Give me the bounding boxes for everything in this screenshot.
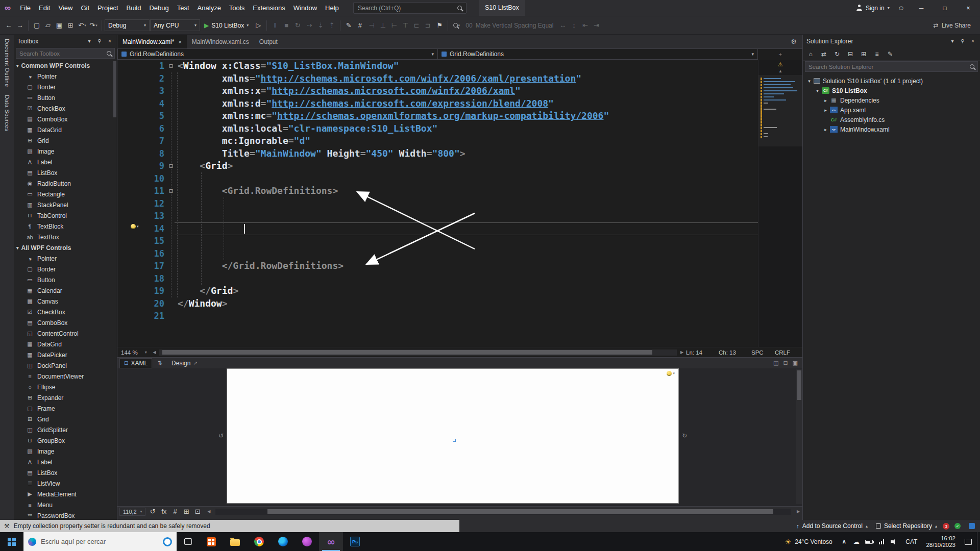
toolbox-item-listbox[interactable]: ▤ListBox <box>14 467 117 478</box>
grid-center-adorner[interactable] <box>453 439 456 442</box>
start-button[interactable] <box>0 532 23 551</box>
effects-icon[interactable]: fx <box>158 506 169 518</box>
design-view-tab[interactable]: Design ↗ <box>167 358 202 368</box>
hidden-icons-chevron[interactable]: ∧ <box>838 538 851 545</box>
toolbox-item-dockpanel[interactable]: ◫DockPanel <box>14 360 117 371</box>
toolbox-item-stackpanel[interactable]: ▥StackPanel <box>14 199 117 210</box>
refresh-icon[interactable]: ↻ <box>834 49 841 59</box>
scroll-right-icon[interactable]: ▶ <box>794 509 802 514</box>
toolbox-item-checkbox[interactable]: ☑CheckBox <box>14 103 117 114</box>
toolbox-item-pointer[interactable]: ▲Pointer <box>14 253 117 264</box>
show-grid-icon[interactable]: # <box>354 19 365 32</box>
toolbox-item-textblock[interactable]: ¶TextBlock <box>14 221 117 232</box>
increase-v-spacing-icon[interactable]: ⇥ <box>591 19 602 32</box>
snap-to-grid-icon[interactable]: ⊞ <box>181 506 192 518</box>
toolbox-item-datepicker[interactable]: ▦DatePicker <box>14 349 117 360</box>
save-icon[interactable]: ▣ <box>54 19 65 32</box>
show-grid-icon[interactable]: # <box>169 506 181 518</box>
menu-help[interactable]: Help <box>321 0 343 16</box>
code-line[interactable]: 14 <box>117 222 758 235</box>
menu-file[interactable]: File <box>16 0 35 16</box>
close-button[interactable]: × <box>957 0 980 16</box>
decrease-h-spacing-icon[interactable]: ↔ <box>557 19 568 32</box>
code-line[interactable]: 9⊟<Grid> <box>117 160 758 172</box>
tree-item-assemblyinfo-cs[interactable]: C#AssemblyInfo.cs <box>803 115 980 124</box>
toolbox-item-border[interactable]: ▢Border <box>14 82 117 92</box>
toolbox-item-listview[interactable]: ≣ListView <box>14 478 117 489</box>
action-center-button[interactable] <box>960 539 977 545</box>
horizontal-split-icon[interactable]: ⊟ <box>783 360 788 366</box>
design-artboard[interactable]: ▾ ↺ ↻ <box>227 368 679 504</box>
swap-panes-icon[interactable]: ⇅ <box>155 360 165 366</box>
scroll-left-icon[interactable]: ◀ <box>205 509 213 514</box>
network-signal-icon[interactable] <box>879 539 885 544</box>
code-line[interactable]: 7mc:Ignorable="d" <box>117 135 758 147</box>
tree-item-mainwindow-xaml[interactable]: ▸<>MainWindow.xaml <box>803 124 980 134</box>
scroll-left-icon[interactable]: ◀ <box>151 350 159 355</box>
side-tab-document-outline[interactable]: Document Outline <box>4 39 10 87</box>
xaml-view-tab[interactable]: ⊡ XAML <box>119 358 152 368</box>
taskbar-search-input[interactable]: Escriu aquí per cercar <box>23 532 177 551</box>
toolbox-item-ellipse[interactable]: ○Ellipse <box>14 382 117 392</box>
toolbox-item-image[interactable]: ▧Image <box>14 446 117 457</box>
code-line[interactable]: 8Title="MainWindow" Height="450" Width="… <box>117 147 758 160</box>
taskbar-app-office[interactable] <box>199 532 223 551</box>
increase-h-spacing-icon[interactable]: ↕ <box>568 19 579 32</box>
design-surface[interactable]: ▾ ↺ ↻ <box>117 368 802 506</box>
code-line[interactable]: 6xmlns:local="clr-namespace:S10_ListBox" <box>117 122 758 135</box>
code-line[interactable]: 19</Grid> <box>117 285 758 297</box>
menu-debug[interactable]: Debug <box>145 0 173 16</box>
resize-handle-right[interactable]: ↻ <box>682 432 687 439</box>
toolbox-item-calendar[interactable]: ▦Calendar <box>14 285 117 296</box>
window-position-icon[interactable]: ▾ <box>86 38 93 44</box>
window-position-icon[interactable]: ▾ <box>949 38 956 44</box>
taskbar-app-edge[interactable] <box>271 532 295 551</box>
toolbox-item-canvas[interactable]: ▩Canvas <box>14 296 117 307</box>
make-vertical-spacing-equal-button[interactable]: 00 Make Vertical Spacing Equal <box>462 22 556 29</box>
code-line[interactable]: 13 <box>117 210 758 222</box>
scroll-right-icon[interactable]: ▶ <box>678 350 686 355</box>
tab-mainwindow-xaml-cs[interactable]: MainWindow.xaml.cs <box>187 35 254 48</box>
forward-icon[interactable]: → <box>14 19 26 32</box>
toolbox-item-passwordbox[interactable]: **PasswordBox <box>14 510 117 520</box>
step-into-icon[interactable]: ⇣ <box>315 19 326 32</box>
toolbox-item-radiobutton[interactable]: ◉RadioButton <box>14 178 117 189</box>
toolbox-item-button[interactable]: ▭Button <box>14 92 117 103</box>
taskbar-app-chrome[interactable] <box>247 532 271 551</box>
align-centers-icon[interactable]: ⊥ <box>377 19 388 32</box>
sign-in-button[interactable]: Sign in ▾ <box>856 5 890 12</box>
add-to-source-control-button[interactable]: ↑ Add to Source Control ▴ <box>796 522 868 530</box>
toolbox-item-listbox[interactable]: ▤ListBox <box>14 167 117 178</box>
toolbox-item-textbox[interactable]: abTextBox <box>14 232 117 242</box>
toolbox-item-combobox[interactable]: ▤ComboBox <box>14 317 117 328</box>
solution-explorer-search-input[interactable]: Search Solution Explorer <box>805 61 978 72</box>
toolbox-section-header[interactable]: ▾Common WPF Controls <box>14 60 117 71</box>
toolbox-item-label[interactable]: ALabel <box>14 157 117 167</box>
break-all-icon[interactable]: ‖ <box>270 19 281 32</box>
toolbox-item-combobox[interactable]: ▤ComboBox <box>14 114 117 124</box>
editor-zoom-dropdown[interactable]: 144 % ▾ <box>117 349 151 356</box>
toolbox-item-mediaelement[interactable]: ▶MediaElement <box>14 489 117 499</box>
toolbox-item-rectangle[interactable]: ▭Rectangle <box>14 189 117 199</box>
designer-zoom-dropdown[interactable]: 110,2 ▾ <box>119 508 145 516</box>
toolbox-item-datagrid[interactable]: ▦DataGrid <box>14 339 117 349</box>
toolbox-scrollbar[interactable] <box>113 60 117 520</box>
toolbox-item-menu[interactable]: ≡Menu <box>14 499 117 510</box>
fold-collapse-icon[interactable]: ⊟ <box>164 185 178 197</box>
onedrive-cloud-icon[interactable]: ☁ <box>851 538 862 545</box>
chevron-down-icon[interactable]: ▾ <box>806 79 813 84</box>
chevron-down-icon[interactable]: ▾ <box>814 88 821 93</box>
code-line[interactable]: 15 <box>117 235 758 247</box>
toolbox-item-datagrid[interactable]: ▦DataGrid <box>14 124 117 135</box>
toolbox-item-button[interactable]: ▭Button <box>14 274 117 285</box>
close-icon[interactable]: × <box>178 39 181 45</box>
zoom-icon[interactable]: ▾ <box>451 19 462 32</box>
open-file-icon[interactable]: ▱ <box>42 19 54 32</box>
feedback-icon[interactable]: ☺ <box>898 4 904 12</box>
code-line[interactable]: 11⊟<Grid.RowDefinitions> <box>117 185 758 197</box>
restart-icon[interactable]: ↻ <box>292 19 303 32</box>
menu-window[interactable]: Window <box>289 0 321 16</box>
show-all-files-icon[interactable]: ⊞ <box>860 49 867 59</box>
vertical-split-icon[interactable]: ◫ <box>773 360 778 366</box>
solution-platform-dropdown[interactable]: Any CPU▾ <box>150 19 200 31</box>
